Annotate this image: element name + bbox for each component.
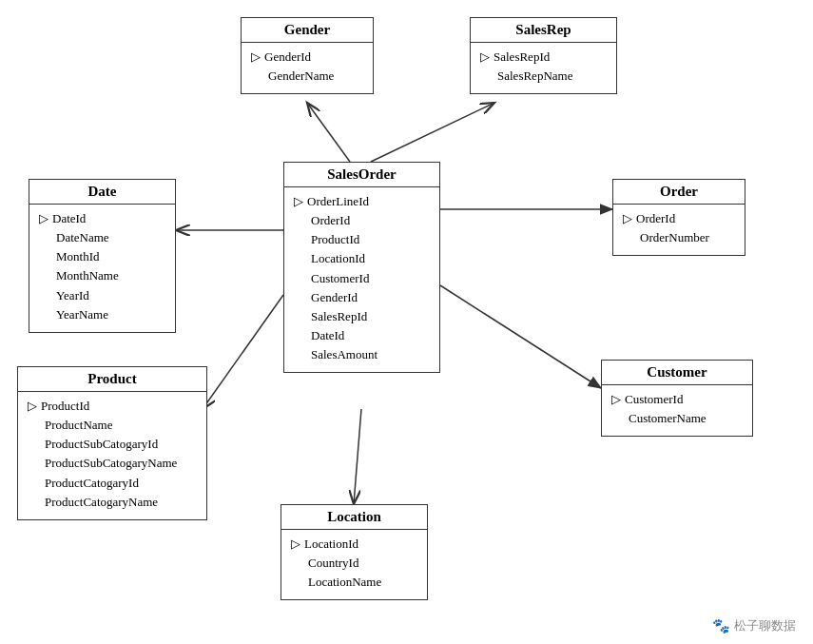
salesorder-field-6: DateId — [294, 326, 430, 345]
customer-pk: ▷ CustomerId — [611, 390, 743, 409]
product-field-4: ProductCatogaryName — [28, 493, 197, 512]
date-field-0: DateName — [39, 228, 165, 247]
entity-salesorder: SalesOrder ▷ OrderLineId OrderId Product… — [283, 162, 440, 373]
order-pk-field: OrderId — [636, 209, 675, 228]
salesrep-field-0: SalesRepName — [480, 67, 607, 86]
gender-pk-icon: ▷ — [251, 48, 261, 67]
gender-pk: ▷ GenderId — [251, 48, 363, 67]
order-field-0: OrderNumber — [623, 228, 735, 247]
product-field-3: ProductCatogaryId — [28, 474, 197, 493]
location-pk-icon: ▷ — [291, 535, 300, 554]
salesorder-field-7: SalesAmount — [294, 345, 430, 364]
entity-salesorder-title: SalesOrder — [284, 163, 439, 187]
entity-gender-body: ▷ GenderId GenderName — [242, 43, 373, 93]
entity-product-title: Product — [18, 367, 206, 392]
entity-date-title: Date — [29, 180, 175, 205]
entity-salesorder-body: ▷ OrderLineId OrderId ProductId Location… — [284, 187, 439, 372]
entity-salesrep: SalesRep ▷ SalesRepId SalesRepName — [470, 17, 617, 94]
entity-location-title: Location — [281, 505, 427, 530]
entity-date-body: ▷ DateId DateName MonthId MonthName Year… — [29, 205, 175, 332]
entity-location-body: ▷ LocationId CountryId LocationName — [281, 530, 427, 599]
svg-line-1 — [307, 103, 350, 162]
order-pk-icon: ▷ — [623, 209, 632, 228]
salesrep-pk: ▷ SalesRepId — [480, 48, 607, 67]
gender-field-0: GenderName — [251, 67, 363, 86]
svg-line-7 — [354, 409, 361, 504]
salesorder-field-1: ProductId — [294, 230, 430, 249]
entity-customer: Customer ▷ CustomerId CustomerName — [601, 360, 753, 437]
product-pk: ▷ ProductId — [28, 397, 197, 416]
watermark-icon: 🐾 — [712, 617, 730, 634]
salesorder-field-4: GenderId — [294, 288, 430, 307]
location-field-0: CountryId — [291, 554, 417, 573]
location-field-1: LocationName — [291, 573, 417, 592]
entity-location: Location ▷ LocationId CountryId Location… — [281, 504, 428, 600]
svg-line-5 — [203, 295, 283, 409]
location-pk: ▷ LocationId — [291, 535, 417, 554]
salesorder-field-2: LocationId — [294, 249, 430, 268]
entity-salesrep-body: ▷ SalesRepId SalesRepName — [471, 43, 616, 93]
watermark-text: 松子聊数据 — [734, 617, 796, 634]
order-pk: ▷ OrderId — [623, 209, 735, 228]
salesrep-pk-field: SalesRepId — [494, 48, 550, 67]
date-field-3: YearId — [39, 286, 165, 305]
product-field-1: ProductSubCatogaryId — [28, 435, 197, 454]
salesrep-pk-icon: ▷ — [480, 48, 490, 67]
salesorder-field-5: SalesRepId — [294, 307, 430, 326]
date-pk: ▷ DateId — [39, 209, 165, 228]
salesorder-field-0: OrderId — [294, 211, 430, 230]
entity-gender: Gender ▷ GenderId GenderName — [241, 17, 374, 94]
watermark: 🐾 松子聊数据 — [712, 617, 796, 634]
salesorder-field-3: CustomerId — [294, 269, 430, 288]
entity-order: Order ▷ OrderId OrderNumber — [612, 179, 745, 256]
entity-date: Date ▷ DateId DateName MonthId MonthName… — [29, 179, 176, 333]
date-pk-icon: ▷ — [39, 209, 48, 228]
salesorder-pk-field: OrderLineId — [307, 192, 369, 211]
customer-field-0: CustomerName — [611, 409, 743, 428]
salesorder-pk: ▷ OrderLineId — [294, 192, 430, 211]
customer-pk-field: CustomerId — [625, 390, 683, 409]
customer-pk-icon: ▷ — [611, 390, 621, 409]
product-pk-icon: ▷ — [28, 397, 37, 416]
date-pk-field: DateId — [52, 209, 86, 228]
svg-line-6 — [440, 285, 601, 388]
svg-line-2 — [371, 103, 494, 162]
entity-order-title: Order — [613, 180, 745, 205]
product-field-2: ProductSubCatogaryName — [28, 454, 197, 473]
date-field-2: MonthName — [39, 266, 165, 285]
entity-gender-title: Gender — [242, 18, 373, 43]
location-pk-field: LocationId — [304, 535, 358, 554]
diagram-container: Gender ▷ GenderId GenderName SalesRep ▷ … — [0, 0, 813, 644]
date-field-1: MonthId — [39, 247, 165, 266]
entity-product: Product ▷ ProductId ProductName ProductS… — [17, 366, 207, 520]
salesorder-pk-icon: ▷ — [294, 192, 303, 211]
product-field-0: ProductName — [28, 416, 197, 435]
product-pk-field: ProductId — [41, 397, 89, 416]
entity-salesrep-title: SalesRep — [471, 18, 616, 43]
entity-product-body: ▷ ProductId ProductName ProductSubCatoga… — [18, 392, 206, 519]
entity-customer-body: ▷ CustomerId CustomerName — [602, 385, 752, 436]
entity-customer-title: Customer — [602, 361, 752, 385]
gender-pk-field: GenderId — [264, 48, 311, 67]
entity-order-body: ▷ OrderId OrderNumber — [613, 205, 745, 255]
date-field-4: YearName — [39, 305, 165, 324]
